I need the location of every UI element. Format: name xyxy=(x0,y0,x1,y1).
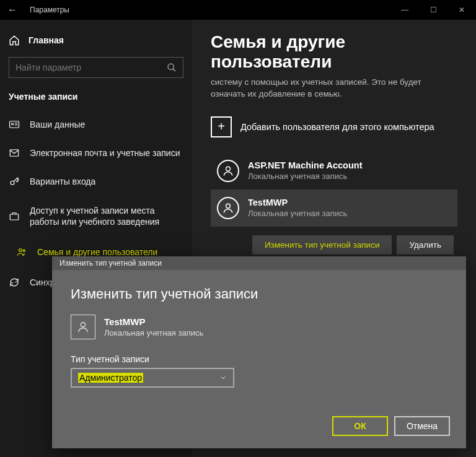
nav-your-info[interactable]: Ваши данные xyxy=(0,110,192,139)
svg-point-9 xyxy=(19,249,22,252)
dialog-heading: Изменить тип учетной записи xyxy=(71,286,447,302)
search-input[interactable] xyxy=(15,63,167,72)
nav-label: Доступ к учетной записи места работы или… xyxy=(30,205,183,227)
change-type-button[interactable]: Изменить тип учетной записи xyxy=(252,235,392,255)
cancel-button[interactable]: Отмена xyxy=(394,416,450,436)
search-icon xyxy=(167,63,177,72)
account-type-dropdown[interactable]: Администратор xyxy=(71,368,234,388)
titlebar: ← Параметры — ☐ ✕ xyxy=(0,0,476,20)
mail-icon xyxy=(9,147,20,159)
svg-point-0 xyxy=(168,64,174,69)
svg-point-3 xyxy=(12,123,14,125)
dialog-user-type: Локальная учетная запись xyxy=(104,328,203,337)
person-icon xyxy=(222,165,234,177)
nav-label: Варианты входа xyxy=(30,176,95,187)
user-row[interactable]: ASP.NET Machine Account Локальная учетна… xyxy=(211,152,457,189)
svg-rect-8 xyxy=(10,214,19,220)
person-icon xyxy=(222,202,234,214)
plus-icon: + xyxy=(211,116,232,137)
field-label: Тип учетной записи xyxy=(71,354,447,364)
avatar xyxy=(71,315,95,339)
user-type: Локальная учетная запись xyxy=(248,209,347,218)
svg-point-13 xyxy=(81,323,85,327)
user-type: Локальная учетная запись xyxy=(248,172,363,181)
page-heading: Семья и другие пользователи xyxy=(211,32,457,72)
minimize-button[interactable]: — xyxy=(390,0,419,20)
avatar xyxy=(217,160,239,182)
user-actions: Изменить тип учетной записи Удалить xyxy=(211,235,457,255)
search-field[interactable] xyxy=(9,57,183,78)
change-account-type-dialog: Изменить тип учетной записи Изменить тип… xyxy=(52,256,466,448)
home-link[interactable]: Главная xyxy=(0,31,192,57)
svg-rect-2 xyxy=(10,121,19,128)
dialog-user-name: TestMWP xyxy=(104,316,203,327)
svg-line-1 xyxy=(173,69,175,71)
sync-icon xyxy=(9,277,20,288)
dialog-user-row: TestMWP Локальная учетная запись xyxy=(71,315,447,339)
briefcase-icon xyxy=(9,211,20,222)
back-button[interactable]: ← xyxy=(0,4,25,15)
nav-label: Ваши данные xyxy=(30,119,85,130)
people-icon xyxy=(16,246,27,258)
nav-label: Электронная почта и учетные записи xyxy=(30,147,180,159)
user-name: TestMWP xyxy=(248,198,347,207)
avatar xyxy=(217,197,239,219)
ok-button[interactable]: ОК xyxy=(332,416,388,436)
nav-signin-options[interactable]: Варианты входа xyxy=(0,167,192,196)
nav-email-accounts[interactable]: Электронная почта и учетные записи xyxy=(0,139,192,167)
delete-button[interactable]: Удалить xyxy=(397,235,454,255)
dialog-title: Изменить тип учетной записи xyxy=(52,256,466,270)
user-row-selected[interactable]: TestMWP Локальная учетная запись xyxy=(211,189,457,227)
page-description: систему с помощью их учетных записей. Эт… xyxy=(211,77,457,100)
window-title: Параметры xyxy=(25,6,390,14)
dropdown-value: Администратор xyxy=(78,373,143,383)
nav-work-school[interactable]: Доступ к учетной записи места работы или… xyxy=(0,196,192,236)
add-user-label: Добавить пользователя для этого компьюте… xyxy=(240,122,434,132)
maximize-button[interactable]: ☐ xyxy=(419,0,447,20)
section-heading: Учетные записи xyxy=(0,92,192,110)
user-name: ASP.NET Machine Account xyxy=(248,160,363,170)
close-button[interactable]: ✕ xyxy=(447,0,476,20)
svg-point-12 xyxy=(226,204,231,208)
card-icon xyxy=(9,119,20,130)
svg-point-7 xyxy=(11,181,14,185)
key-icon xyxy=(9,176,20,187)
svg-point-10 xyxy=(23,250,25,251)
home-label: Главная xyxy=(29,35,64,45)
svg-point-11 xyxy=(226,167,231,171)
home-icon xyxy=(9,35,20,46)
add-user-button[interactable]: + Добавить пользователя для этого компью… xyxy=(211,116,457,137)
person-icon xyxy=(76,320,90,334)
chevron-down-icon xyxy=(219,374,227,381)
